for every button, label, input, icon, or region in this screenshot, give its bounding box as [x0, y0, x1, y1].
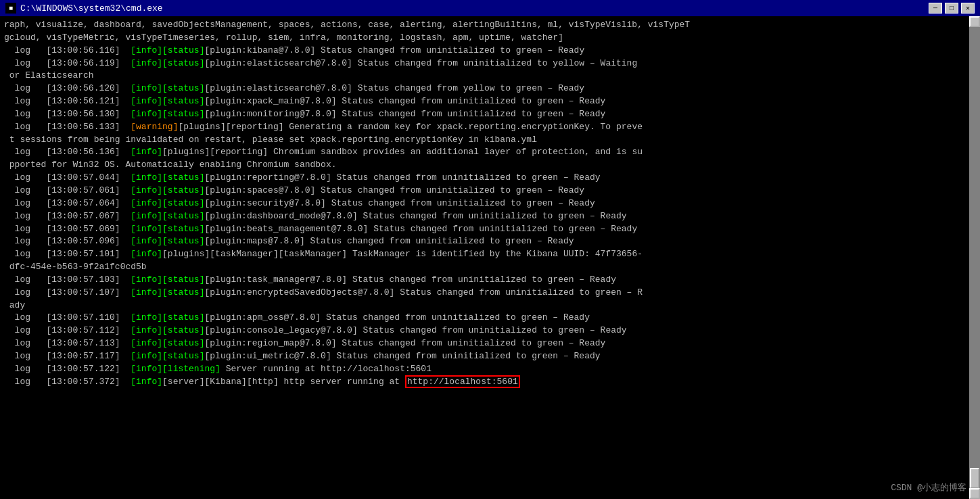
scrollbar[interactable]: ▲ ▼	[969, 16, 980, 499]
terminal-text-segment: [status]	[162, 172, 204, 183]
terminal-text-segment: [info]	[131, 236, 162, 246]
terminal-text-segment: [plugins][reporting] Generating a random…	[178, 122, 643, 132]
terminal-text-segment: [info]	[131, 312, 162, 323]
terminal-text-segment: [info]	[131, 364, 162, 374]
terminal-text-segment: [plugin:encryptedSavedObjects@7.8.0] Sta…	[204, 287, 643, 298]
terminal-text-segment: [status]	[162, 109, 204, 119]
scroll-down-button[interactable]: ▼	[969, 488, 980, 499]
terminal-text-segment: [plugin:elasticsearch@7.8.0] Status chan…	[204, 83, 584, 93]
terminal-text-segment: [status]	[162, 211, 204, 221]
terminal-text-segment: log [13:00:57.101]	[4, 249, 131, 259]
terminal-line: ady	[4, 300, 976, 312]
terminal-text-segment: log [13:00:57.113]	[4, 338, 131, 348]
terminal-line: log [13:00:57.044] [info][status][plugin…	[4, 172, 976, 185]
terminal-text-segment: [info]	[131, 96, 162, 106]
terminal-text-segment: log [13:00:57.061]	[4, 185, 131, 195]
terminal-text-segment: [status]	[162, 287, 204, 298]
terminal-line: log [13:00:57.067] [info][status][plugin…	[4, 210, 976, 223]
terminal-text-segment: Server running at http://localhost:5601	[220, 364, 431, 374]
terminal-line: log [13:00:57.112] [info][status][plugin…	[4, 325, 976, 337]
terminal-body: raph, visualize, dashboard, savedObjects…	[0, 16, 980, 499]
terminal-text-segment: [plugin:maps@7.8.0] Status changed from …	[204, 236, 574, 246]
terminal-text-segment: [info]	[131, 224, 162, 234]
title-bar: ■ C:\WINDOWS\system32\cmd.exe ─ □ ✕	[0, 0, 980, 16]
terminal-text-segment: log [13:00:56.119]	[4, 58, 131, 68]
scrollbar-track[interactable]	[969, 27, 980, 488]
maximize-button[interactable]: □	[945, 3, 958, 14]
terminal-text-segment: [plugin:spaces@7.8.0] Status changed fro…	[204, 185, 584, 195]
terminal-text-segment: [status]	[162, 275, 204, 285]
window-controls: ─ □ ✕	[929, 3, 975, 14]
terminal-text-segment: [plugin:task_manager@7.8.0] Status chang…	[204, 275, 616, 285]
terminal-text-segment: [info]	[131, 172, 162, 183]
terminal-line: raph, visualize, dashboard, savedObjects…	[4, 19, 976, 32]
terminal-text-segment: log [13:00:57.372]	[4, 377, 131, 387]
terminal-text-segment: [plugin:dashboard_mode@7.8.0] Status cha…	[204, 211, 626, 221]
terminal-text-segment: [info]	[131, 338, 162, 348]
terminal-text-segment: [info]	[131, 275, 162, 285]
terminal-line: log [13:00:57.069] [info][status][plugin…	[4, 223, 976, 236]
terminal-text-segment: [server][Kibana][http] http server runni…	[162, 377, 405, 387]
terminal-text-segment: [plugin:xpack_main@7.8.0] Status changed…	[204, 96, 605, 106]
terminal-text-segment: log [13:00:56.121]	[4, 96, 131, 106]
terminal-text-segment: [status]	[162, 83, 204, 93]
minimize-button[interactable]: ─	[929, 3, 942, 14]
terminal-line: or Elasticsearch	[4, 70, 976, 82]
terminal-line: gcloud, visTypeMetric, visTypeTimeseries…	[4, 32, 976, 45]
terminal-text-segment: [info]	[131, 377, 162, 387]
terminal-text-segment: [info]	[131, 58, 162, 68]
terminal-text-segment: to	[500, 45, 511, 55]
terminal-text-segment: [info]	[131, 147, 162, 157]
terminal-text-segment: [status]	[162, 58, 204, 68]
scroll-up-button[interactable]: ▲	[969, 16, 980, 27]
terminal-line: t sessions from being invalidated on res…	[4, 134, 976, 147]
close-button[interactable]: ✕	[961, 3, 975, 14]
terminal-text-segment: [plugin:reporting@7.8.0] Status changed …	[204, 172, 600, 183]
terminal-text-segment: [plugins][taskManager][taskManager] Task…	[162, 249, 643, 259]
terminal-text-segment: [info]	[131, 325, 162, 335]
terminal-text-segment: [plugin:console_legacy@7.8.0] Status cha…	[204, 325, 626, 335]
terminal-text-segment: log [13:00:57.103]	[4, 275, 131, 285]
terminal-text-segment: [info]	[131, 287, 162, 298]
terminal-line: log [13:00:57.061] [info][status][plugin…	[4, 185, 976, 197]
terminal-line: log [13:00:57.113] [info][status][plugin…	[4, 337, 976, 350]
terminal-text-segment: [plugin:apm_oss@7.8.0] Status changed fr…	[204, 312, 590, 323]
terminal-text-segment: log [13:00:57.107]	[4, 287, 131, 298]
terminal-text-segment: log [13:00:57.110]	[4, 312, 131, 323]
terminal-line: log [13:00:56.136] [info][plugins][repor…	[4, 146, 976, 159]
terminal-line: log [13:00:57.096] [info][status][plugin…	[4, 235, 976, 248]
terminal-text-segment: [info]	[131, 351, 162, 361]
scrollbar-thumb[interactable]	[970, 468, 979, 488]
terminal-text-segment: [plugin:elasticsearch@7.8.0] Status chan…	[204, 58, 637, 68]
title-bar-left: ■ C:\WINDOWS\system32\cmd.exe	[5, 3, 163, 14]
terminal-text-segment: [plugin:region_map@7.8.0] Status changed…	[204, 338, 605, 348]
cmd-icon: ■	[5, 3, 16, 14]
terminal-text-segment: [status]	[162, 338, 204, 348]
terminal-line: log [13:00:56.121] [info][status][plugin…	[4, 95, 976, 108]
terminal-text-segment: [status]	[162, 351, 204, 361]
terminal-text-segment: [info]	[131, 109, 162, 119]
terminal-text-segment: [info]	[131, 211, 162, 221]
terminal-text-segment: [plugin:security@7.8.0] Status changed f…	[204, 198, 594, 208]
terminal-text-segment: [warning]	[131, 122, 178, 132]
terminal-text-segment: [plugin:kibana@7.8.0] Status changed fro…	[204, 45, 500, 55]
terminal-text-segment: [info]	[131, 198, 162, 208]
terminal-text-segment: log [13:00:57.096]	[4, 236, 131, 246]
terminal-line: log [13:00:57.064] [info][status][plugin…	[4, 197, 976, 210]
terminal-text-segment: [info]	[131, 45, 162, 55]
terminal-text-segment: [status]	[162, 236, 204, 246]
terminal-text-segment: log [13:00:57.044]	[4, 172, 131, 183]
terminal-line: log [13:00:57.107] [info][status][plugin…	[4, 287, 976, 300]
terminal-line: log [13:00:57.103] [info][status][plugin…	[4, 274, 976, 287]
terminal-text-segment: log [13:00:57.117]	[4, 351, 131, 361]
terminal-text-segment: [status]	[162, 224, 204, 234]
terminal-text-segment: [listening]	[162, 364, 220, 374]
terminal-line: log [13:00:57.101] [info][plugins][taskM…	[4, 248, 976, 261]
terminal-text-segment: log [13:00:56.133]	[4, 122, 131, 132]
terminal-text-segment: [status]	[162, 185, 204, 195]
terminal-line: log [13:00:57.372] [info][server][Kibana…	[4, 376, 976, 389]
terminal-line: log [13:00:56.116] [info][status][plugin…	[4, 45, 976, 57]
window-title: C:\WINDOWS\system32\cmd.exe	[20, 3, 163, 14]
terminal-line: dfc-454e-b563-9f2a1fc0cd5b	[4, 261, 976, 274]
highlighted-url: http://localhost:5601	[405, 375, 520, 388]
